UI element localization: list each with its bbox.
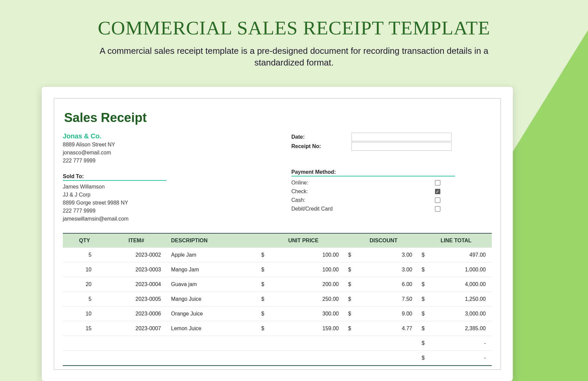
- th-unit: UNIT PRICE: [260, 238, 347, 244]
- cell-unit-price: $100.00: [260, 267, 347, 273]
- cell-item: 2023-0003: [106, 267, 166, 273]
- payment-option: Debit/Credit Card: [291, 205, 492, 213]
- receipt-border: Sales Receipt Jonas & Co. 8889 Alison St…: [54, 98, 501, 370]
- cell-unit-price: $300.00: [260, 311, 347, 317]
- payment-option-label: Online:: [291, 180, 435, 186]
- cell-qty: 15: [63, 326, 106, 332]
- th-disc: DISCOUNT: [347, 238, 420, 244]
- table-row: $-: [63, 336, 492, 351]
- cell-qty: 5: [63, 296, 106, 302]
- th-qty: QTY: [63, 238, 106, 244]
- cell-line-total: $497.00: [420, 252, 492, 258]
- table-row: 52023-0002Apple Jam$100.00$3.00$497.00: [63, 248, 492, 262]
- sold-to-name: James Willamson: [63, 183, 278, 191]
- cell-qty: 20: [63, 281, 106, 287]
- cell-unit-price: $159.00: [260, 326, 347, 332]
- th-total: LINE TOTAL: [420, 238, 492, 244]
- date-label: Date:: [291, 134, 351, 140]
- cell-item: 2023-0007: [106, 326, 166, 332]
- line-items-table: QTY ITEM# DESCRIPTION UNIT PRICE DISCOUN…: [63, 233, 492, 366]
- cell-item: 2023-0005: [106, 296, 166, 302]
- cell-discount: $3.00: [347, 267, 420, 273]
- table-row: 102023-0003Mango Jam$100.00$3.00$1,000.0…: [63, 262, 492, 277]
- cell-description: Lemon Juice: [166, 326, 260, 332]
- cell-description: Orange Juice: [166, 311, 260, 317]
- payment-checkbox[interactable]: [435, 198, 440, 203]
- cell-line-total: $4,000.00: [420, 281, 492, 287]
- payment-checkbox[interactable]: [435, 180, 440, 185]
- payment-checkbox[interactable]: ✓: [435, 189, 440, 194]
- cell-qty: 10: [63, 267, 106, 273]
- table-row: 102023-0006Orange Juice$300.00$9.00$3,00…: [63, 306, 492, 321]
- table-row: $-: [63, 351, 492, 365]
- th-item: ITEM#: [106, 238, 166, 244]
- divider: [63, 180, 166, 181]
- cell-unit-price: $200.00: [260, 281, 347, 287]
- payment-option: Cash:: [291, 196, 492, 205]
- sold-to-org: JJ & J Corp: [63, 191, 278, 199]
- table-row: 152023-0007Lemon Juice$159.00$4.77$2,385…: [63, 321, 492, 336]
- cell-line-total: $-: [420, 355, 492, 361]
- cell-line-total: $3,000.00: [420, 311, 492, 317]
- cell-description: Mango Juice: [166, 296, 260, 302]
- cell-line-total: $1,250.00: [420, 296, 492, 302]
- cell-discount: $4.77: [347, 326, 420, 332]
- date-input[interactable]: [351, 133, 452, 141]
- divider: [291, 176, 455, 176]
- cell-discount: $6.00: [347, 281, 420, 287]
- payment-option: Online:: [291, 178, 492, 187]
- cell-unit-price: $250.00: [260, 296, 347, 302]
- payment-option-label: Debit/Credit Card: [291, 206, 435, 212]
- cell-qty: 10: [63, 311, 106, 317]
- payment-method-header: Payment Method:: [291, 169, 492, 175]
- sold-to-address: 8899 Gorge street 9988 NY: [63, 199, 278, 207]
- company-email: jonasco@email.com: [63, 149, 278, 157]
- cell-qty: 5: [63, 252, 106, 258]
- cell-unit-price: $100.00: [260, 252, 347, 258]
- cell-line-total: $2,385.00: [420, 326, 492, 332]
- document-title: Sales Receipt: [64, 111, 492, 125]
- cell-line-total: $1,000.00: [420, 267, 492, 273]
- cell-description: Mango Jam: [166, 267, 260, 273]
- table-row: 202023-0004Guava jam$200.00$6.00$4,000.0…: [63, 277, 492, 292]
- company-address: 8889 Alison Street NY: [63, 141, 278, 149]
- table-row: 52023-0005Mango Juice$250.00$7.50$1,250.…: [63, 292, 492, 306]
- cell-item: 2023-0006: [106, 311, 166, 317]
- cell-item: 2023-0002: [106, 252, 166, 258]
- payment-option: Check:✓: [291, 187, 492, 196]
- cell-discount: $7.50: [347, 296, 420, 302]
- payment-option-label: Cash:: [291, 197, 435, 203]
- receipt-no-label: Receipt No:: [291, 143, 351, 149]
- sold-to-header: Sold To:: [63, 173, 278, 179]
- table-header-row: QTY ITEM# DESCRIPTION UNIT PRICE DISCOUN…: [63, 234, 492, 248]
- payment-option-label: Check:: [291, 188, 435, 195]
- th-desc: DESCRIPTION: [166, 238, 260, 244]
- sold-to-phone: 222 777 9999: [63, 207, 278, 215]
- company-phone: 222 777 9999: [63, 157, 278, 165]
- cell-discount: $9.00: [347, 311, 420, 317]
- cell-description: Apple Jam: [166, 252, 260, 258]
- receipt-card: Sales Receipt Jonas & Co. 8889 Alison St…: [42, 87, 513, 381]
- cell-item: 2023-0004: [106, 281, 166, 287]
- cell-discount: $3.00: [347, 252, 420, 258]
- sold-to-email: jameswillamsin@email.com: [63, 215, 278, 223]
- cell-description: Guava jam: [166, 281, 260, 287]
- cell-line-total: $-: [420, 340, 492, 346]
- payment-checkbox[interactable]: [435, 206, 440, 212]
- company-name: Jonas & Co.: [63, 132, 278, 140]
- receipt-no-input[interactable]: [351, 142, 452, 151]
